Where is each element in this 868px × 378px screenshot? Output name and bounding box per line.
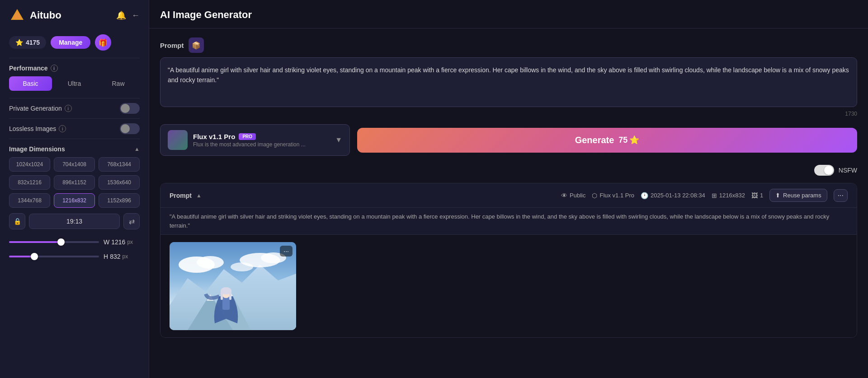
result-prompt-text: "A beautiful anime girl with silver hair… — [160, 208, 857, 235]
height-slider-row: H 832 px — [0, 249, 149, 264]
model-name-row: Flux v1.1 Pro PRO — [193, 133, 330, 140]
sidebar: Aitubo 🔔 ← ⭐ 4175 Manage 🎁 Performance i… — [0, 0, 149, 378]
dim-1024x1024[interactable]: 1024x1024 — [9, 157, 50, 172]
count-value: 1 — [760, 192, 763, 199]
cube-button[interactable]: 📦 — [189, 37, 204, 53]
height-slider[interactable] — [9, 252, 99, 261]
width-unit: px — [127, 239, 133, 245]
model-name: Flux v1.1 Pro — [193, 133, 235, 140]
main-area: AI Image Generator Prompt 📦 "A beautiful… — [149, 0, 868, 378]
back-icon[interactable]: ← — [132, 11, 140, 20]
perf-raw-button[interactable]: Raw — [97, 76, 140, 91]
resolution-value: 1216x832 — [719, 192, 745, 199]
performance-info-icon[interactable]: i — [51, 65, 58, 72]
manage-button[interactable]: Manage — [51, 36, 90, 49]
generate-cost: 75 ⭐ — [618, 135, 639, 145]
prompt-section: Prompt 📦 "A beautiful anime girl with si… — [160, 37, 857, 117]
dim-1216x832[interactable]: 1216x832 — [54, 193, 95, 208]
result-model-value: Flux v1.1 Pro — [599, 192, 634, 199]
coins-manage-row: ⭐ 4175 Manage 🎁 — [0, 31, 149, 58]
private-generation-label: Private Generation i — [9, 105, 72, 112]
app-name: Aitubo — [30, 9, 61, 21]
generate-label: Generate — [575, 135, 614, 145]
nsfw-label: NSFW — [839, 167, 857, 174]
dim-832x1216[interactable]: 832x1216 — [9, 175, 50, 190]
header-actions: 🔔 ← — [116, 10, 140, 20]
result-images: ··· — [160, 235, 857, 337]
height-unit: px — [122, 253, 128, 260]
page-title: AI Image Generator — [160, 9, 857, 21]
private-gen-info-icon[interactable]: i — [65, 105, 72, 112]
width-slider[interactable] — [9, 238, 99, 247]
clock-icon: 🕐 — [641, 192, 648, 199]
result-header: Prompt ▲ 👁 Public ⬡ Flux v1.1 Pro 🕐 2025… — [160, 183, 857, 208]
nsfw-toggle[interactable] — [814, 165, 834, 176]
visibility-value: Public — [570, 192, 585, 199]
width-value: 1216 — [111, 238, 125, 246]
dim-1536x640[interactable]: 1536x640 — [99, 175, 140, 190]
lossless-images-toggle[interactable] — [120, 123, 140, 134]
private-generation-toggle[interactable] — [120, 103, 140, 114]
model-chevron-icon: ▼ — [335, 136, 342, 144]
ratio-input[interactable] — [29, 214, 120, 229]
performance-label: Performance — [9, 65, 48, 72]
prompt-textarea[interactable]: "A beautiful anime girl with silver hair… — [160, 57, 857, 107]
height-value: 832 — [110, 253, 120, 260]
generate-button[interactable]: Generate 75 ⭐ — [357, 128, 857, 153]
swap-button[interactable]: ⇄ — [123, 213, 140, 229]
lossless-images-label: Lossless Images i — [9, 125, 66, 132]
timestamp-value: 2025-01-13 22:08:34 — [651, 192, 705, 199]
dimensions-chevron-icon[interactable]: ▲ — [134, 146, 140, 152]
result-image-1: ··· — [170, 242, 296, 330]
image-more-button[interactable]: ··· — [280, 246, 292, 257]
prompt-label: Prompt — [160, 42, 184, 49]
bell-icon[interactable]: 🔔 — [116, 10, 126, 20]
dim-1152x896[interactable]: 1152x896 — [99, 193, 140, 208]
count-meta: 🖼 1 — [751, 192, 763, 199]
lock-button[interactable]: 🔒 — [9, 213, 25, 229]
resolution-meta: ⊞ 1216x832 — [712, 192, 745, 199]
prompt-char-count: 1730 — [160, 111, 857, 117]
sidebar-header: Aitubo 🔔 ← — [0, 0, 149, 31]
model-description: Flux is the most advanced image generati… — [193, 141, 330, 148]
result-chevron-icon[interactable]: ▲ — [196, 192, 202, 199]
visibility-meta: 👁 Public — [561, 192, 585, 199]
cube-icon: 📦 — [192, 41, 201, 50]
svg-rect-13 — [222, 296, 230, 310]
height-label: H — [104, 253, 108, 260]
generate-star-icon: ⭐ — [629, 135, 639, 145]
gift-button[interactable]: 🎁 — [95, 34, 111, 51]
dim-896x1152[interactable]: 896x1152 — [54, 175, 95, 190]
timestamp-meta: 🕐 2025-01-13 22:08:34 — [641, 192, 705, 199]
more-options-button[interactable]: ··· — [834, 189, 848, 202]
perf-basic-button[interactable]: Basic — [9, 76, 52, 91]
model-info: Flux v1.1 Pro PRO Flux is the most advan… — [193, 133, 330, 148]
model-thumbnail — [168, 130, 188, 150]
width-label: W — [104, 238, 109, 246]
width-slider-row: W 1216 px — [0, 235, 149, 249]
reuse-params-button[interactable]: ⬆ Reuse params — [769, 189, 827, 202]
reuse-icon: ⬆ — [775, 192, 780, 199]
prompt-label-row: Prompt 📦 — [160, 37, 857, 53]
aspect-ratio-row: 🔒 ⇄ — [0, 213, 149, 235]
lossless-info-icon[interactable]: i — [59, 125, 66, 132]
coins-value: 4175 — [26, 39, 40, 46]
dim-768x1344[interactable]: 768x1344 — [99, 157, 140, 172]
width-slider-thumb[interactable] — [57, 238, 65, 246]
result-prompt-label: Prompt — [170, 192, 192, 199]
resolution-icon: ⊞ — [712, 192, 717, 199]
height-value-group: H 832 px — [104, 253, 140, 260]
gift-icon: 🎁 — [99, 38, 108, 47]
dim-704x1408[interactable]: 704x1408 — [54, 157, 95, 172]
perf-ultra-button[interactable]: Ultra — [53, 76, 96, 91]
model-selector[interactable]: Flux v1.1 Pro PRO Flux is the most advan… — [160, 124, 350, 156]
height-slider-thumb[interactable] — [31, 253, 38, 260]
nsfw-row: NSFW — [160, 165, 857, 176]
dimension-presets: 1024x1024 704x1408 768x1344 832x1216 896… — [0, 157, 149, 213]
model-icon: ⬡ — [592, 192, 597, 199]
width-slider-track — [9, 241, 99, 243]
model-generate-row: Flux v1.1 Pro PRO Flux is the most advan… — [160, 124, 857, 156]
height-slider-track — [9, 256, 99, 257]
star-icon: ⭐ — [15, 39, 23, 46]
dim-1344x768[interactable]: 1344x768 — [9, 193, 50, 208]
